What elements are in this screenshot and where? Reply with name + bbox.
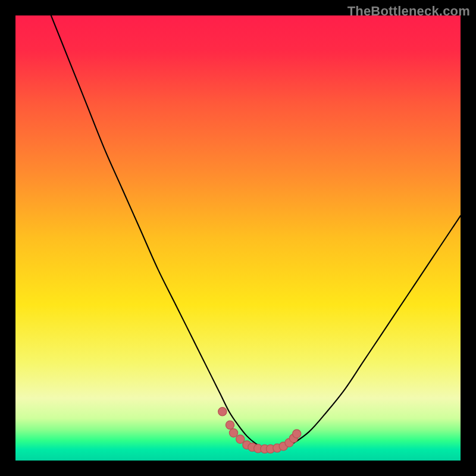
watermark-text: TheBottleneck.com bbox=[347, 4, 470, 19]
highlight-dot bbox=[218, 408, 227, 416]
plot-area bbox=[15, 15, 461, 461]
bottleneck-curve bbox=[51, 15, 461, 449]
chart-overlay bbox=[15, 15, 461, 461]
chart-canvas: TheBottleneck.com bbox=[0, 0, 476, 476]
highlight-dot bbox=[236, 435, 245, 443]
highlight-dot bbox=[229, 429, 237, 437]
highlight-dot bbox=[226, 421, 234, 429]
highlight-dot bbox=[293, 430, 301, 438]
